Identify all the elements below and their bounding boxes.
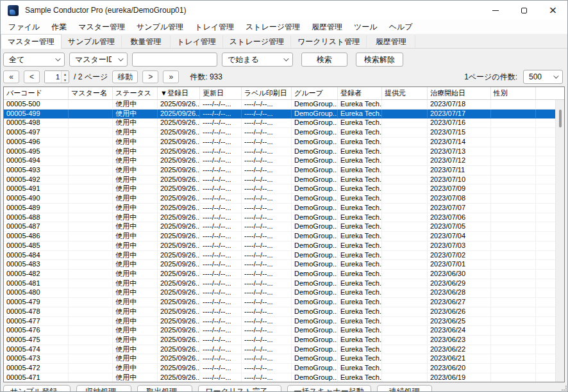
cell: Eureka Tech.	[338, 138, 382, 147]
search-button[interactable]: 検索	[301, 53, 347, 67]
go-button[interactable]: 移動	[112, 70, 138, 83]
table-row[interactable]: 00005-493使用中2025/09/26...----/--/--...--…	[4, 166, 555, 176]
menu-item[interactable]: ツール	[348, 20, 383, 35]
table-row[interactable]: 00005-477使用中2025/09/26...----/--/--...--…	[4, 317, 555, 327]
table-row[interactable]: 00005-492使用中2025/09/26...----/--/--...--…	[4, 176, 555, 185]
column-header[interactable]: 更新日	[200, 87, 242, 99]
cell: DemoGroup...	[292, 279, 338, 288]
column-header[interactable]: ラベル印刷日	[242, 87, 292, 99]
table-row[interactable]: 00005-491使用中2025/09/26...----/--/--...--…	[4, 184, 555, 194]
tab-3[interactable]: 数量管理	[122, 35, 171, 48]
record-count-label: 件数: 933	[190, 72, 222, 83]
table-row[interactable]: 00005-484使用中2025/09/26...----/--/--...--…	[4, 251, 555, 261]
footer-button[interactable]: 収納処理...	[76, 385, 131, 392]
tab-6[interactable]: ワークリスト管理	[291, 35, 367, 48]
column-header[interactable]: 提供元	[382, 87, 428, 99]
table-row[interactable]: 00005-481使用中2025/09/26...----/--/--...--…	[4, 279, 555, 289]
table-row[interactable]: 00005-471使用中2025/09/26...----/--/--...--…	[4, 373, 555, 382]
menu-item[interactable]: ストレージ管理	[240, 20, 306, 35]
keyword-input[interactable]	[132, 53, 217, 67]
table-row[interactable]: 00005-494使用中2025/09/26...----/--/--...--…	[4, 156, 555, 166]
menu-item[interactable]: マスター管理	[72, 20, 131, 35]
tab-2[interactable]: サンプル管理	[62, 35, 122, 48]
per-page-select[interactable]: 500	[523, 70, 563, 84]
footer-button[interactable]: ワークリスト完了...	[198, 385, 281, 392]
column-header[interactable]: マスター名	[69, 87, 113, 99]
table-row[interactable]: 00005-479使用中2025/09/26...----/--/--...--…	[4, 298, 555, 307]
footer-button[interactable]: サンプル登録...	[3, 385, 71, 392]
cell: 2023/07/11	[428, 166, 491, 175]
cell	[69, 298, 113, 307]
table-row[interactable]: 00005-496使用中2025/09/26...----/--/--...--…	[4, 138, 555, 147]
table-row[interactable]: 00005-498使用中2025/09/26...----/--/--...--…	[4, 118, 555, 128]
column-header[interactable]: 性別	[491, 87, 536, 99]
footer-button[interactable]: 取出処理...	[137, 385, 192, 392]
cell: 2025/09/26...	[158, 110, 200, 118]
table-body: 00005-500使用中2025/09/26...----/--/--...--…	[4, 100, 555, 382]
cell-filler	[536, 118, 555, 127]
minimize-button[interactable]	[481, 1, 510, 20]
cell: 2023/07/03	[428, 241, 491, 250]
table-row[interactable]: 00005-474使用中2025/09/26...----/--/--...--…	[4, 345, 555, 355]
table-row[interactable]: 00005-499使用中2025/09/26...----/--/--...--…	[4, 110, 555, 119]
column-header[interactable]: ステータス	[113, 87, 158, 99]
cell	[69, 241, 113, 250]
table-row[interactable]: 00005-495使用中2025/09/26...----/--/--...--…	[4, 147, 555, 157]
menu-item[interactable]: 作業	[46, 20, 72, 35]
clear-search-button[interactable]: 検索解除	[356, 53, 403, 67]
cell	[69, 279, 113, 288]
footer-button[interactable]: 連続処理	[377, 385, 432, 392]
cell	[69, 336, 113, 345]
table-row[interactable]: 00005-485使用中2025/09/26...----/--/--...--…	[4, 241, 555, 251]
column-header[interactable]: 治療開始日	[428, 87, 491, 99]
table-row[interactable]: 00005-488使用中2025/09/26...----/--/--...--…	[4, 213, 555, 223]
column-header[interactable]: ▼登録日	[158, 87, 200, 99]
table-row[interactable]: 00005-483使用中2025/09/26...----/--/--...--…	[4, 260, 555, 270]
cell-filler	[536, 166, 555, 175]
cell-filler	[536, 288, 555, 297]
table-row[interactable]: 00005-486使用中2025/09/26...----/--/--...--…	[4, 232, 555, 241]
cell: 00005-489	[4, 204, 69, 213]
column-header[interactable]: バーコード	[4, 87, 69, 99]
table-row[interactable]: 00005-472使用中2025/09/26...----/--/--...--…	[4, 364, 555, 373]
table-row[interactable]: 00005-497使用中2025/09/26...----/--/--...--…	[4, 128, 555, 138]
footer-button[interactable]: 一括スキャナー起動	[287, 385, 371, 392]
table-row[interactable]: 00005-487使用中2025/09/26...----/--/--...--…	[4, 222, 555, 232]
menu-item[interactable]: サンプル管理	[131, 20, 189, 35]
next-page-button[interactable]: >	[142, 70, 158, 83]
column-header[interactable]: 登録者	[338, 87, 382, 99]
table-row[interactable]: 00005-490使用中2025/09/26...----/--/--...--…	[4, 194, 555, 204]
tab-4[interactable]: トレイ管理	[171, 35, 223, 48]
maximize-button[interactable]	[510, 1, 539, 20]
table-row[interactable]: 00005-500使用中2025/09/26...----/--/--...--…	[4, 100, 555, 110]
menu-item[interactable]: トレイ管理	[189, 20, 240, 35]
vertical-scrollbar[interactable]	[555, 100, 564, 382]
table-row[interactable]: 00005-473使用中2025/09/26...----/--/--...--…	[4, 354, 555, 364]
first-page-button[interactable]: «	[3, 70, 19, 83]
table-row[interactable]: 00005-482使用中2025/09/26...----/--/--...--…	[4, 270, 555, 279]
menu-item[interactable]: ファイル	[3, 20, 46, 35]
menu-item[interactable]: ヘルプ	[383, 20, 419, 35]
scrollbar-thumb[interactable]	[559, 110, 562, 127]
stepper-up-icon[interactable]: ▲	[62, 71, 69, 77]
table-row[interactable]: 00005-478使用中2025/09/26...----/--/--...--…	[4, 307, 555, 317]
tab-1[interactable]: マスター管理	[1, 34, 62, 49]
table-row[interactable]: 00005-476使用中2025/09/26...----/--/--...--…	[4, 326, 555, 336]
last-page-button[interactable]: »	[163, 70, 179, 83]
scope-select[interactable]: 全て	[3, 53, 65, 67]
table-row[interactable]: 00005-480使用中2025/09/26...----/--/--...--…	[4, 288, 555, 298]
table-row[interactable]: 00005-475使用中2025/09/26...----/--/--...--…	[4, 336, 555, 345]
column-header[interactable]: グループ	[292, 87, 338, 99]
resize-grip[interactable]	[562, 386, 567, 391]
tab-5[interactable]: ストレージ管理	[223, 35, 291, 48]
table-row[interactable]: 00005-489使用中2025/09/26...----/--/--...--…	[4, 204, 555, 213]
field-select[interactable]: マスターIDが	[69, 53, 128, 67]
prev-page-button[interactable]: <	[24, 70, 40, 83]
page-number-input[interactable]	[45, 71, 61, 83]
cell: 2025/09/26...	[158, 194, 200, 203]
matcher-select[interactable]: で始まる	[222, 53, 293, 67]
menu-item[interactable]: 履歴管理	[306, 20, 348, 35]
tab-7[interactable]: 履歴管理	[367, 35, 415, 48]
stepper-down-icon[interactable]: ▼	[62, 77, 69, 83]
close-button[interactable]: ×	[539, 1, 567, 20]
